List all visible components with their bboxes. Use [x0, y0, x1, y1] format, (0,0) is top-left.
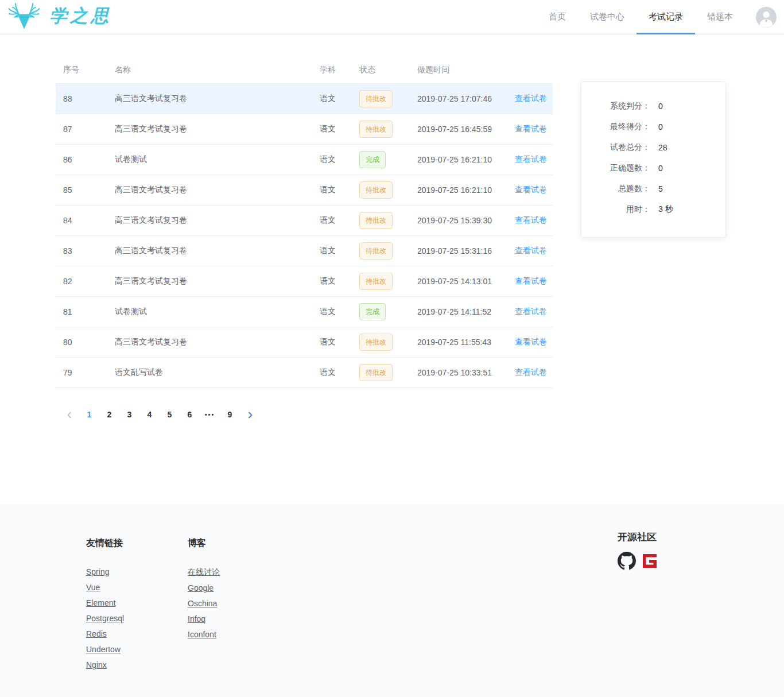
footer-blog-link[interactable]: Iconfont [188, 630, 216, 639]
footer-link[interactable]: Spring [86, 567, 109, 576]
page-number: 2 [107, 410, 112, 419]
nav-item[interactable]: 首页 [537, 0, 578, 34]
stat-label: 总题数： [593, 184, 650, 194]
user-avatar[interactable] [755, 0, 777, 34]
stat-label: 正确题数： [593, 163, 650, 173]
footer-link-item: Google [188, 583, 289, 593]
nav-item-label: 首页 [549, 11, 566, 22]
cell-action: 查看试卷 [515, 246, 553, 256]
score-summary-card: 系统判分： 0 最终得分： 0 试卷总分： 28 正确题数： 0 总题数： 5 [581, 82, 726, 238]
cell-subject: 语文 [320, 246, 359, 256]
cell-exam-name: 高三语文考试复习卷 [115, 215, 320, 226]
pagination-page-button[interactable]: 9 [221, 406, 239, 423]
cell-time: 2019-07-25 16:21:10 [417, 185, 515, 195]
view-exam-link[interactable]: 查看试卷 [515, 307, 547, 316]
table-header: 序号 名称 学科 状态 做题时间 [56, 56, 553, 84]
page-number: ••• [205, 411, 215, 418]
view-exam-link[interactable]: 查看试卷 [515, 154, 547, 164]
cell-subject: 语文 [320, 215, 359, 226]
stat-row: 用时： 3 秒 [593, 199, 714, 220]
brand-logo[interactable]: 学之思 [3, 0, 111, 34]
pagination-page-button[interactable]: 5 [161, 406, 179, 423]
cell-time: 2019-07-25 15:39:30 [417, 216, 515, 225]
footer-blog-link[interactable]: Google [188, 583, 214, 593]
pagination-page-button[interactable]: 4 [141, 406, 159, 423]
nav-item[interactable]: 试卷中心 [578, 0, 636, 34]
page-number: 3 [127, 410, 132, 419]
pagination-page-button[interactable]: 2 [100, 406, 119, 423]
pagination-page-button[interactable]: 3 [121, 406, 139, 423]
view-exam-link[interactable]: 查看试卷 [515, 367, 547, 377]
page-footer: 友情链接 Spring Vue Element Postgresql Redis… [0, 504, 784, 697]
status-badge: 完成 [359, 151, 386, 168]
view-exam-link[interactable]: 查看试卷 [515, 124, 547, 133]
chevron-right-icon [247, 412, 253, 417]
pagination-page-button[interactable]: ••• [201, 406, 219, 423]
cell-status: 待批改 [359, 242, 417, 260]
cell-action: 查看试卷 [515, 367, 553, 378]
cell-time: 2019-07-25 16:21:10 [417, 155, 515, 164]
cell-subject: 语文 [320, 154, 359, 165]
footer-link[interactable]: Undertow [86, 645, 121, 654]
view-exam-link[interactable]: 查看试卷 [515, 337, 547, 346]
table-row: 84 高三语文考试复习卷 语文 待批改 2019-07-25 15:39:30 … [56, 206, 553, 236]
table-row: 83 高三语文考试复习卷 语文 待批改 2019-07-25 15:31:16 … [56, 236, 553, 266]
cell-time: 2019-07-25 14:11:52 [417, 307, 515, 316]
cell-action: 查看试卷 [515, 276, 553, 286]
cell-action: 查看试卷 [515, 94, 553, 104]
pagination-page-button[interactable]: 1 [80, 406, 99, 423]
stat-label: 最终得分： [593, 122, 650, 132]
cell-status: 待批改 [359, 212, 417, 229]
cell-subject: 语文 [320, 307, 359, 317]
cell-status: 待批改 [359, 364, 417, 381]
stat-label: 系统判分： [593, 101, 650, 111]
cell-subject: 语文 [320, 367, 359, 378]
nav-item[interactable]: 考试记录 [636, 0, 695, 34]
cell-action: 查看试卷 [515, 307, 553, 317]
page-number: 5 [168, 410, 172, 419]
status-badge: 待批改 [359, 334, 393, 351]
table-row: 85 高三语文考试复习卷 语文 待批改 2019-07-25 16:21:10 … [56, 175, 553, 206]
footer-link-item: Redis [86, 629, 188, 639]
stat-row: 试卷总分： 28 [593, 137, 714, 158]
footer-community-column: 开源社区 [618, 531, 659, 675]
gitee-icon[interactable] [641, 552, 659, 570]
view-exam-link[interactable]: 查看试卷 [515, 276, 547, 285]
cell-time: 2019-07-25 15:31:16 [417, 246, 515, 255]
pagination-page-button[interactable]: 6 [181, 406, 199, 423]
view-exam-link[interactable]: 查看试卷 [515, 94, 547, 103]
cell-exam-name: 高三语文考试复习卷 [115, 94, 320, 104]
community-heading: 开源社区 [618, 531, 659, 544]
view-exam-link[interactable]: 查看试卷 [515, 215, 547, 224]
footer-link-item: Vue [86, 582, 188, 593]
page-number: 4 [148, 410, 152, 419]
view-exam-link[interactable]: 查看试卷 [515, 246, 547, 255]
footer-link[interactable]: Vue [86, 583, 100, 592]
footer-blog-link[interactable]: 在线讨论 [188, 567, 220, 576]
footer-link[interactable]: Redis [86, 629, 107, 638]
nav-item-label: 考试记录 [649, 11, 683, 22]
footer-link[interactable]: Nginx [86, 660, 107, 669]
footer-link[interactable]: Postgresql [86, 614, 124, 623]
view-exam-link[interactable]: 查看试卷 [515, 185, 547, 194]
footer-blog-link[interactable]: Oschina [188, 599, 217, 608]
table-row: 79 语文乱写试卷 语文 待批改 2019-07-25 10:33:51 查看试… [56, 358, 553, 388]
footer-link-item: Oschina [188, 598, 289, 609]
nav-item-label: 错题本 [707, 11, 733, 22]
stat-label: 试卷总分： [593, 142, 650, 153]
cell-id: 80 [63, 338, 115, 347]
footer-blog-link[interactable]: Infoq [188, 614, 205, 624]
cell-action: 查看试卷 [515, 154, 553, 165]
pagination-prev-button[interactable] [60, 406, 79, 423]
stat-row: 总题数： 5 [593, 179, 714, 199]
cell-subject: 语文 [320, 124, 359, 134]
status-badge: 待批改 [359, 90, 393, 107]
pagination-next-button[interactable] [241, 406, 259, 423]
cell-id: 81 [63, 307, 115, 316]
brand-title: 学之思 [49, 4, 111, 30]
footer-link[interactable]: Element [86, 598, 115, 607]
github-icon[interactable] [618, 552, 636, 570]
table-row: 82 高三语文考试复习卷 语文 待批改 2019-07-25 14:13:01 … [56, 266, 553, 297]
cell-time: 2019-07-25 16:45:59 [417, 125, 515, 134]
nav-item[interactable]: 错题本 [695, 0, 745, 34]
